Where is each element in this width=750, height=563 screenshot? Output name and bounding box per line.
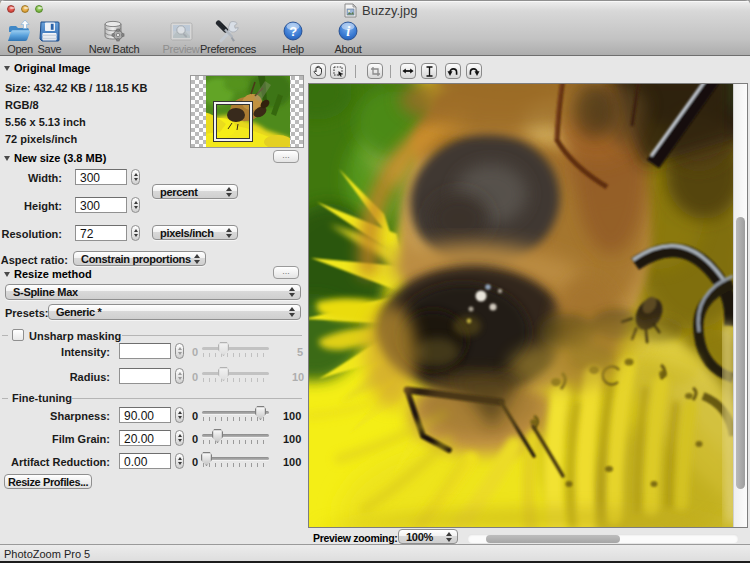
svg-text:?: ? bbox=[289, 24, 297, 39]
svg-text:i: i bbox=[346, 24, 350, 39]
